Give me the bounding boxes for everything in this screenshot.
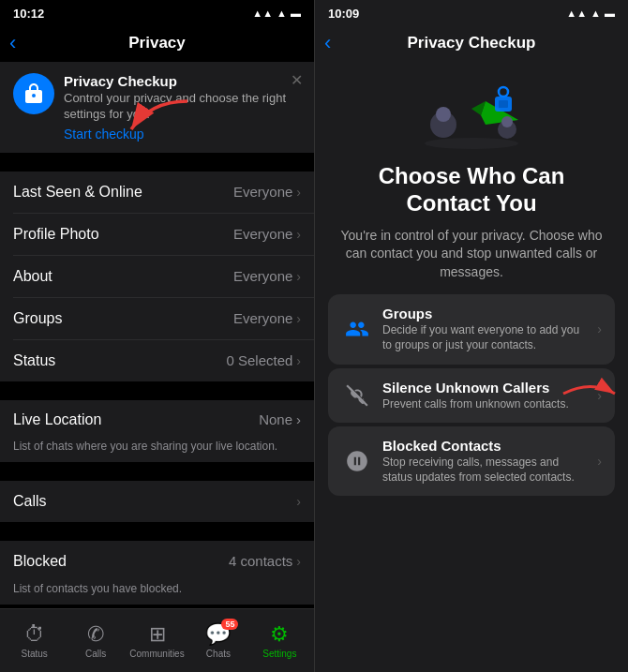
right-page-title: Privacy Checkup — [407, 34, 535, 52]
chevron-icon: › — [296, 269, 301, 284]
card-list: Groups Decide if you want everyone to ad… — [315, 294, 628, 498]
nav-calls[interactable]: ✆ Calls — [65, 622, 126, 659]
svg-point-10 — [501, 116, 513, 127]
checkup-banner-icon — [13, 73, 54, 114]
silence-callers-icon — [341, 380, 373, 411]
communities-nav-icon: ⊞ — [149, 622, 166, 647]
blocked-contacts-chevron: › — [597, 454, 602, 469]
about-value: Everyone › — [233, 268, 301, 284]
banner-close-button[interactable]: ✕ — [291, 71, 303, 89]
section-divider-4 — [0, 522, 314, 541]
blocked-contacts-card[interactable]: Blocked Contacts Stop receiving calls, m… — [328, 426, 615, 496]
groups-card-icon — [341, 313, 373, 345]
chevron-icon: › — [296, 311, 301, 326]
privacy-checkup-banner: Privacy Checkup Control your privacy and… — [0, 62, 314, 153]
left-page-title: Privacy — [128, 34, 186, 52]
status-label: Status — [13, 352, 55, 369]
right-status-icons: ▲▲ ▲ ▬ — [566, 7, 615, 19]
communities-nav-label: Communities — [129, 649, 184, 659]
privacy-illustration — [396, 73, 546, 157]
calls-label: Calls — [13, 493, 47, 510]
last-seen-item[interactable]: Last Seen & Online Everyone › — [0, 172, 314, 213]
svg-point-1 — [425, 138, 518, 149]
settings-nav-label: Settings — [262, 649, 296, 659]
start-checkup-link[interactable]: Start checkup — [64, 127, 301, 142]
svg-point-8 — [499, 87, 508, 97]
blocked-item[interactable]: Blocked 4 contacts › — [0, 541, 314, 582]
groups-label: Groups — [13, 310, 62, 327]
signal-icon: ▲▲ — [252, 7, 273, 19]
section-divider-2 — [0, 381, 314, 400]
calls-item[interactable]: Calls › — [0, 481, 314, 522]
live-location-value: None › — [259, 411, 301, 427]
nav-status[interactable]: ⏱ Status — [4, 622, 65, 659]
blocked-value: 4 contacts › — [229, 553, 301, 569]
section-divider-3 — [0, 462, 314, 481]
left-back-button[interactable]: ‹ — [9, 31, 16, 55]
status-item[interactable]: Status 0 Selected › — [0, 340, 314, 381]
groups-card-chevron: › — [597, 321, 602, 336]
checkup-banner-text: Privacy Checkup Control your privacy and… — [64, 73, 301, 142]
bottom-navigation: ⏱ Status ✆ Calls ⊞ Communities 💬 55 Chat… — [0, 608, 314, 672]
right-time: 10:09 — [328, 7, 359, 21]
chevron-icon: › — [296, 494, 301, 509]
groups-card-desc: Decide if you want everyone to add you t… — [382, 323, 588, 352]
blocked-contacts-text: Blocked Contacts Stop receiving calls, m… — [382, 438, 588, 485]
nav-communities[interactable]: ⊞ Communities — [127, 622, 187, 659]
section-divider-1 — [0, 153, 314, 172]
settings-nav-icon: ⚙ — [270, 622, 289, 647]
wifi-icon: ▲ — [591, 7, 601, 19]
silence-callers-text: Silence Unknown Callers Prevent calls fr… — [382, 380, 588, 412]
groups-item[interactable]: Groups Everyone › — [0, 298, 314, 339]
about-item[interactable]: About Everyone › — [0, 256, 314, 297]
silence-callers-card[interactable]: Silence Unknown Callers Prevent calls fr… — [328, 368, 615, 424]
right-back-button[interactable]: ‹ — [324, 31, 331, 55]
left-status-icons: ▲▲ ▲ ▬ — [252, 7, 301, 19]
chats-badge: 55 — [221, 619, 238, 630]
calls-value: › — [296, 494, 301, 509]
banner-desc: Control your privacy and choose the righ… — [64, 91, 301, 123]
privacy-list-section: Last Seen & Online Everyone › Profile Ph… — [0, 172, 314, 381]
svg-line-11 — [347, 385, 367, 406]
left-status-bar: 10:12 ▲▲ ▲ ▬ — [0, 0, 314, 24]
silence-callers-chevron: › — [597, 388, 602, 403]
nav-chats[interactable]: 💬 55 Chats — [187, 622, 248, 659]
banner-title: Privacy Checkup — [64, 73, 301, 89]
wifi-icon: ▲ — [277, 7, 287, 19]
groups-value: Everyone › — [233, 310, 301, 326]
blocked-contacts-desc: Stop receiving calls, messages and statu… — [382, 455, 588, 485]
chats-nav-label: Chats — [206, 649, 231, 659]
last-seen-label: Last Seen & Online — [13, 184, 142, 201]
right-panel: 10:09 ▲▲ ▲ ▬ ‹ Privacy Checkup — [314, 0, 628, 672]
chevron-icon: › — [296, 227, 301, 242]
svg-rect-7 — [499, 100, 508, 108]
live-location-desc: List of chats where you are sharing your… — [0, 440, 314, 462]
left-scroll-area: Last Seen & Online Everyone › Profile Ph… — [0, 153, 314, 672]
nav-settings[interactable]: ⚙ Settings — [249, 622, 310, 659]
silence-callers-title: Silence Unknown Callers — [382, 380, 588, 396]
chevron-icon: › — [296, 185, 301, 200]
calls-section: Calls › — [0, 481, 314, 522]
calls-nav-icon: ✆ — [87, 622, 104, 647]
groups-card-title: Groups — [382, 306, 588, 321]
groups-card[interactable]: Groups Decide if you want everyone to ad… — [328, 294, 615, 364]
blocked-desc: List of contacts you have blocked. — [0, 582, 314, 605]
groups-card-text: Groups Decide if you want everyone to ad… — [382, 306, 588, 352]
silence-callers-desc: Prevent calls from unknown contacts. — [382, 397, 588, 412]
blocked-contacts-title: Blocked Contacts — [382, 438, 588, 454]
live-location-label: Live Location — [13, 411, 101, 428]
profile-photo-label: Profile Photo — [13, 226, 99, 243]
left-nav-bar: ‹ Privacy — [0, 24, 314, 62]
svg-point-3 — [436, 107, 451, 122]
live-location-section: Live Location None › List of chats where… — [0, 400, 314, 462]
left-time: 10:12 — [13, 7, 44, 21]
battery-icon: ▬ — [605, 7, 615, 19]
right-status-bar: 10:09 ▲▲ ▲ ▬ — [315, 0, 628, 24]
illustration-area — [315, 62, 628, 163]
live-location-item[interactable]: Live Location None › — [0, 400, 314, 440]
chevron-icon: › — [296, 554, 301, 569]
blocked-label: Blocked — [13, 553, 67, 570]
profile-photo-item[interactable]: Profile Photo Everyone › — [0, 214, 314, 255]
last-seen-value: Everyone › — [233, 184, 301, 200]
chevron-icon: › — [296, 411, 301, 427]
